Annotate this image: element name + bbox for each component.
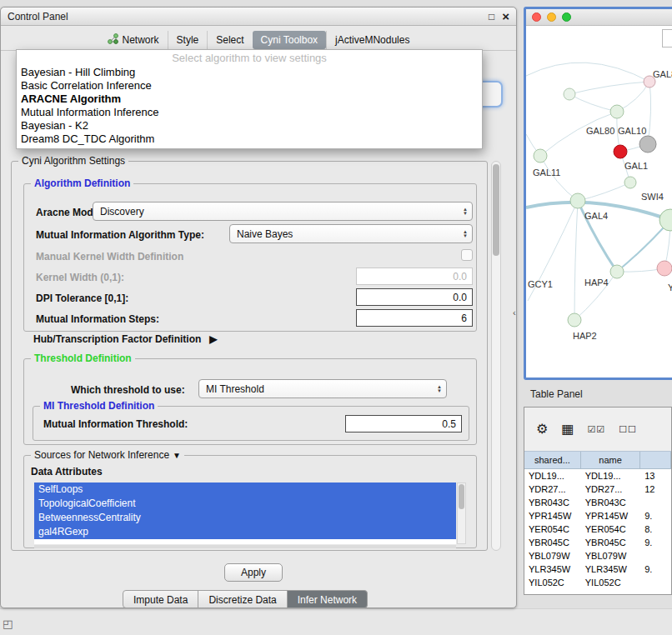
data-attributes-list[interactable]: SelfLoopsTopologicalCoefficientBetweenne… <box>34 482 456 544</box>
attribute-list-item[interactable]: SelfLoops <box>34 482 456 497</box>
kernel-width-field[interactable]: 0.0 <box>356 268 473 285</box>
mi-algorithm-type-select[interactable]: Naive Bayes ▲▼ <box>229 224 473 243</box>
table-cell: YDL19... <box>524 469 581 482</box>
attribute-list-item[interactable]: gal4RGexp <box>34 525 456 539</box>
attributes-list-scrollbar[interactable] <box>457 482 466 544</box>
network-edge[interactable] <box>648 82 651 144</box>
network-node[interactable] <box>534 149 547 162</box>
network-node[interactable] <box>659 209 672 231</box>
aracne-mode-select[interactable]: Discovery ▲▼ <box>93 202 473 221</box>
float-window-icon[interactable]: □ <box>489 11 494 22</box>
hub-definition-toggle[interactable]: Hub/Transcription Factor Definition ▶ <box>33 333 218 345</box>
tab-style[interactable]: Style <box>168 31 208 49</box>
table-row[interactable]: YPR145WYPR145W9. <box>524 509 671 522</box>
table-header-row: shared...name <box>524 451 671 469</box>
scrollbar-thumb[interactable] <box>459 484 464 509</box>
network-window-titlebar[interactable] <box>526 9 672 26</box>
control-panel-titlebar[interactable]: Control Panel □ × <box>1 8 516 26</box>
selected-value: MI Threshold <box>206 383 264 395</box>
zoom-traffic-light[interactable] <box>562 12 571 22</box>
attribute-list-item[interactable]: TopologicalCoefficient <box>34 497 456 511</box>
network-node[interactable] <box>657 261 672 276</box>
control-panel-tabbar: Network Style Select Cyni Toolbox jActiv… <box>1 29 516 51</box>
algorithm-option[interactable]: Bayesian - Hill Climbing <box>17 66 482 79</box>
network-edge[interactable] <box>574 201 578 320</box>
algorithm-option[interactable]: ARACNE Algorithm <box>17 92 482 106</box>
network-node[interactable] <box>624 177 636 188</box>
tab-discretize-data[interactable]: Discretize Data <box>198 590 287 608</box>
birdseye-box[interactable] <box>662 29 672 48</box>
tab-cyni-toolbox[interactable]: Cyni Toolbox <box>253 31 326 49</box>
column-header[interactable] <box>640 452 671 468</box>
columns-icon[interactable]: ▦ <box>561 422 574 436</box>
node-label: GAL8 <box>653 69 672 79</box>
attribute-list-item[interactable]: BetweennessCentrality <box>34 511 456 525</box>
network-graph: GAL8GAL80GAL10GAL11GAL1SWI4GAL4GCY1HAP4Y… <box>526 26 672 380</box>
network-edge[interactable] <box>569 82 649 94</box>
algorithm-option[interactable]: Bayesian - K2 <box>17 119 482 132</box>
network-node[interactable] <box>639 136 656 152</box>
apply-button[interactable]: Apply <box>224 563 283 582</box>
network-node[interactable] <box>610 105 624 118</box>
close-traffic-light[interactable] <box>532 12 541 22</box>
table-row[interactable]: YIL052CYIL052C <box>524 576 671 589</box>
network-node[interactable] <box>564 88 575 100</box>
tab-network[interactable]: Network <box>99 30 168 50</box>
minimized-panel-icon[interactable]: ◰ <box>3 618 13 630</box>
network-node[interactable] <box>570 193 585 208</box>
manual-kernel-checkbox[interactable] <box>461 249 473 261</box>
table-row[interactable]: YBR045CYBR045C9. <box>524 536 671 549</box>
network-edge[interactable] <box>578 182 630 201</box>
algorithm-option[interactable]: Basic Correlation Inference <box>17 79 482 92</box>
which-threshold-select[interactable]: MI Threshold ▲▼ <box>198 379 447 398</box>
dpi-tolerance-field[interactable]: 0.0 <box>356 288 473 306</box>
column-header[interactable]: name <box>581 452 640 468</box>
table-row[interactable]: YBR043CYBR043C <box>524 496 671 509</box>
chevron-down-icon[interactable]: ▼ <box>173 451 181 460</box>
tab-impute-data[interactable]: Impute Data <box>123 590 198 608</box>
gear-icon[interactable]: ⚙ <box>536 422 548 436</box>
algorithm-option[interactable]: Dream8 DC_TDC Algorithm <box>17 132 482 146</box>
node-label: GAL11 <box>533 168 560 178</box>
network-canvas[interactable]: GAL8GAL80GAL10GAL11GAL1SWI4GAL4GCY1HAP4Y… <box>526 26 672 380</box>
close-window-icon[interactable]: × <box>502 12 509 22</box>
group-title: Algorithm Definition <box>31 178 133 189</box>
attributes-list-hscrollbar[interactable] <box>34 545 456 548</box>
table-cell: YIL052C <box>524 576 581 589</box>
deselect-all-rows-icon[interactable]: ☐☐ <box>619 422 637 436</box>
network-node[interactable] <box>610 265 624 278</box>
network-node[interactable] <box>568 313 581 327</box>
table-row[interactable]: YDL19...YDL19...13 <box>524 469 671 482</box>
tab-infer-network[interactable]: Infer Network <box>287 590 368 608</box>
table-row[interactable]: YER054CYER054C8. <box>524 522 671 536</box>
algorithm-option[interactable]: Mutual Information Inference <box>17 106 482 119</box>
table-cell: YBR043C <box>581 496 640 509</box>
table-row[interactable]: YLR345WYLR345W9. <box>524 562 671 576</box>
column-header[interactable]: shared... <box>524 452 581 468</box>
table-panel-window: ⚙ ▦ ☑☑ ☐☐ shared...name YDL19...YDL19...… <box>524 407 672 595</box>
node-label: GCY1 <box>528 279 553 289</box>
mi-threshold-field[interactable]: 0.5 <box>345 415 462 432</box>
table-cell: 9. <box>640 562 671 576</box>
table-cell: YLR345W <box>524 562 581 576</box>
select-all-rows-icon[interactable]: ☑☑ <box>587 422 605 436</box>
network-edge[interactable] <box>540 156 578 201</box>
chevron-right-icon: ▶ <box>209 333 217 345</box>
scrollbar-thumb[interactable] <box>493 164 499 256</box>
tab-select[interactable]: Select <box>207 31 252 49</box>
tab-label: Select <box>216 34 243 46</box>
tab-jactivemnodules[interactable]: jActiveMNodules <box>326 31 418 49</box>
node-label: GAL10 <box>618 126 646 136</box>
algorithm-dropdown-popup: Select algorithm to view settings Bayesi… <box>16 49 483 149</box>
network-edge[interactable] <box>526 62 649 82</box>
mi-steps-field[interactable]: 6 <box>356 309 473 327</box>
network-node[interactable] <box>614 145 627 158</box>
network-edge[interactable] <box>569 94 617 112</box>
table-row[interactable]: YDR27...YDR27...12 <box>524 482 671 496</box>
splitter-collapse-icon[interactable]: ‹ <box>513 308 516 318</box>
minimize-traffic-light[interactable] <box>547 12 556 22</box>
node-label: GAL80 <box>586 126 614 136</box>
settings-scrollbar[interactable] <box>491 161 501 551</box>
table-row[interactable]: YBL079WYBL079W <box>524 549 671 562</box>
table-cell <box>640 549 671 562</box>
